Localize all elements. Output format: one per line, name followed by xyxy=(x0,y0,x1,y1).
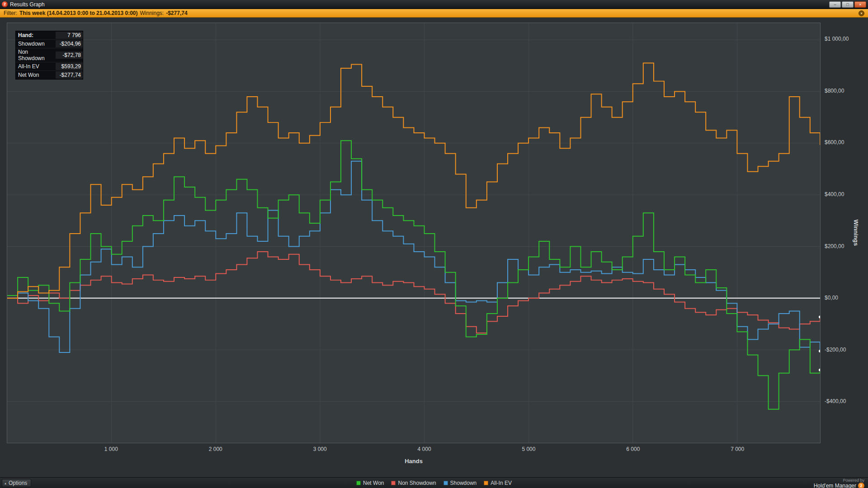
stat-value: -$277,74 xyxy=(56,71,83,79)
x-tick-label: 7 000 xyxy=(731,446,744,452)
chart-legend: Net WonNon ShowdownShowdownAll-In EV xyxy=(356,478,512,488)
legend-swatch-icon xyxy=(392,481,396,485)
results-graph-window: 2 Results Graph – □ × Filter: This week … xyxy=(0,0,868,488)
y-tick-label: $200,00 xyxy=(825,243,844,249)
legend-label: All-In EV xyxy=(491,480,512,486)
winnings-label: Winnings: xyxy=(140,10,164,16)
results-graph-svg xyxy=(7,23,820,443)
app-icon: 2 xyxy=(2,1,8,7)
filter-label: Filter: xyxy=(4,10,17,16)
legend-item[interactable]: Non Showdown xyxy=(392,480,436,486)
window-title: Results Graph xyxy=(10,1,45,8)
y-tick-label: $400,00 xyxy=(825,191,844,197)
stat-label: Net Won xyxy=(18,72,39,78)
stat-label: Hand: xyxy=(18,32,33,38)
stat-label: Non Showdown xyxy=(18,49,56,61)
legend-swatch-icon xyxy=(443,481,448,485)
title-bar: 2 Results Graph – □ × xyxy=(0,0,868,9)
y-tick-label: $0,00 xyxy=(825,295,838,301)
y-tick-label: $1 000,00 xyxy=(825,36,849,42)
x-tick-label: 6 000 xyxy=(626,446,640,452)
brand-name: Hold'em Manager xyxy=(814,483,856,488)
stat-label: Showdown xyxy=(18,41,45,47)
powered-by-label: Powered by xyxy=(814,478,864,483)
legend-item[interactable]: All-In EV xyxy=(484,480,512,486)
x-tick-label: 1 000 xyxy=(104,446,118,452)
legend-swatch-icon xyxy=(356,481,361,485)
filter-bar: Filter: This week (14.04.2013 0:00 to 21… xyxy=(0,9,868,18)
stat-value: -$72,78 xyxy=(56,52,83,59)
legend-swatch-icon xyxy=(484,481,488,485)
maximize-button[interactable]: □ xyxy=(842,1,854,8)
winnings-value: -$277,74 xyxy=(166,10,187,16)
minimize-button[interactable]: – xyxy=(829,1,841,8)
x-tick-label: 2 000 xyxy=(209,446,222,452)
legend-label: Showdown xyxy=(450,480,477,486)
stat-value: -$204,96 xyxy=(56,40,83,47)
legend-label: Non Showdown xyxy=(398,480,436,486)
filter-range-text: This week (14.04.2013 0:00 to 21.04.2013… xyxy=(19,10,138,16)
x-axis-title: Hands xyxy=(405,458,423,465)
stats-row: Hand:7 796 xyxy=(16,31,83,40)
y-tick-label: $800,00 xyxy=(825,88,844,94)
stat-value: 7 796 xyxy=(56,32,83,39)
close-button[interactable]: × xyxy=(854,1,866,8)
x-tick-label: 4 000 xyxy=(418,446,431,452)
stats-row: Net Won-$277,74 xyxy=(16,71,83,79)
options-button[interactable]: ▴ Options xyxy=(2,479,31,487)
y-axis-title: Winnings xyxy=(853,220,859,246)
legend-label: Net Won xyxy=(363,480,384,486)
hm2-badge-icon: 2 xyxy=(858,483,864,488)
expand-up-icon: ▴ xyxy=(5,481,6,485)
plot-area: Hand:7 796Showdown-$204,96Non Showdown-$… xyxy=(7,23,821,443)
y-tick-label: -$400,00 xyxy=(825,398,846,404)
stats-box: Hand:7 796Showdown-$204,96Non Showdown-$… xyxy=(15,31,83,80)
options-button-label: Options xyxy=(9,480,27,486)
bottom-bar: ▴ Options Net WonNon ShowdownShowdownAll… xyxy=(0,477,868,488)
y-tick-label: $600,00 xyxy=(825,139,844,145)
powered-by: Powered by Hold'em Manager 2 xyxy=(814,478,864,488)
stats-row: All-In EV$593,29 xyxy=(16,62,83,71)
chart-region: Hand:7 796Showdown-$204,96Non Showdown-$… xyxy=(0,18,868,477)
window-buttons: – □ × xyxy=(829,1,866,8)
stat-label: All-In EV xyxy=(18,63,39,70)
stats-row: Showdown-$204,96 xyxy=(16,40,83,48)
y-tick-label: -$200,00 xyxy=(825,347,846,353)
legend-item[interactable]: Net Won xyxy=(356,480,384,486)
stats-row: Non Showdown-$72,78 xyxy=(16,48,83,62)
stat-value: $593,29 xyxy=(56,63,83,70)
x-tick-label: 3 000 xyxy=(313,446,327,452)
x-tick-label: 5 000 xyxy=(522,446,535,452)
legend-item[interactable]: Showdown xyxy=(443,480,477,486)
filter-menu-icon[interactable]: ▾ xyxy=(859,10,864,16)
